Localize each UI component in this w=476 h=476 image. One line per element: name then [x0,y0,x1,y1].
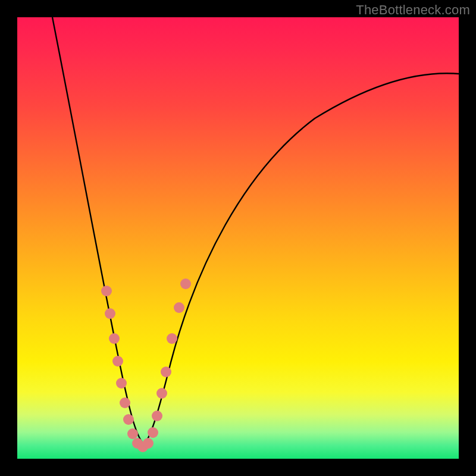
svg-point-13 [156,388,167,399]
watermark-text: TheBottleneck.com [356,2,470,18]
svg-point-16 [174,302,184,313]
bottleneck-curve [52,17,459,444]
svg-point-3 [112,356,123,367]
svg-point-17 [180,278,191,289]
chart-frame: TheBottleneck.com [0,0,476,476]
svg-point-10 [143,438,154,449]
svg-point-15 [167,333,177,344]
svg-point-7 [127,428,138,439]
curve-layer [17,17,459,459]
svg-point-12 [152,411,162,421]
svg-point-14 [161,367,171,377]
svg-point-6 [123,414,134,425]
plot-area [17,17,459,459]
svg-point-1 [105,308,115,319]
svg-point-5 [120,397,130,408]
svg-point-2 [109,333,120,344]
svg-point-4 [116,378,127,389]
dot-cluster [101,278,191,452]
svg-point-11 [148,427,158,438]
svg-point-0 [101,286,112,296]
